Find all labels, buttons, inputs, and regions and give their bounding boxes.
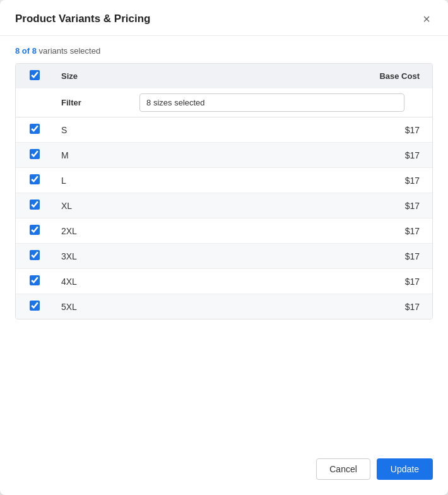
row-cost: $17: [132, 117, 432, 143]
row-cost: $17: [132, 244, 432, 269]
filter-row: Filter: [16, 88, 432, 117]
row-checkbox[interactable]: [30, 250, 40, 260]
row-checkbox-cell: [16, 193, 54, 218]
selection-count: 8 of 8: [15, 46, 37, 56]
row-checkbox[interactable]: [30, 275, 40, 285]
row-checkbox-cell: [16, 244, 54, 269]
table-row: 5XL $17: [16, 294, 432, 319]
row-size: 2XL: [54, 218, 132, 244]
modal-footer: Cancel Update: [0, 446, 448, 495]
row-checkbox-cell: [16, 143, 54, 168]
row-checkbox[interactable]: [30, 124, 40, 134]
product-variants-modal: Product Variants & Pricing × 8 of 8 vari…: [0, 0, 448, 495]
row-checkbox-cell: [16, 168, 54, 193]
table-row: 3XL $17: [16, 244, 432, 269]
row-size: 5XL: [54, 294, 132, 319]
row-size: L: [54, 168, 132, 193]
header-size: Size: [54, 64, 132, 88]
row-checkbox-cell: [16, 218, 54, 244]
cancel-button[interactable]: Cancel: [316, 458, 370, 480]
header-cost: Base Cost: [132, 64, 432, 88]
table-header-row: Size Base Cost: [16, 64, 432, 88]
row-size: 4XL: [54, 269, 132, 294]
table-row: 4XL $17: [16, 269, 432, 294]
row-cost: $17: [132, 218, 432, 244]
row-checkbox[interactable]: [30, 174, 40, 184]
row-size: 3XL: [54, 244, 132, 269]
row-cost: $17: [132, 168, 432, 193]
modal-header: Product Variants & Pricing ×: [0, 0, 448, 36]
row-checkbox-cell: [16, 269, 54, 294]
row-checkbox[interactable]: [30, 200, 40, 210]
table-row: L $17: [16, 168, 432, 193]
table-row: M $17: [16, 143, 432, 168]
update-button[interactable]: Update: [377, 458, 433, 480]
row-size: M: [54, 143, 132, 168]
selection-suffix: variants selected: [37, 46, 100, 56]
row-checkbox[interactable]: [30, 225, 40, 235]
header-checkbox-cell: [16, 64, 54, 88]
variants-table-container: Size Base Cost Filter S $17 M $17: [15, 63, 433, 319]
row-cost: $17: [132, 269, 432, 294]
filter-input-cell: [132, 88, 432, 117]
table-row: S $17: [16, 117, 432, 143]
row-size: XL: [54, 193, 132, 218]
row-cost: $17: [132, 193, 432, 218]
row-cost: $17: [132, 294, 432, 319]
close-button[interactable]: ×: [420, 11, 433, 27]
row-checkbox-cell: [16, 117, 54, 143]
filter-input[interactable]: [139, 93, 404, 112]
filter-label-cell: Filter: [54, 88, 132, 117]
select-all-checkbox[interactable]: [30, 70, 40, 80]
modal-title: Product Variants & Pricing: [15, 13, 150, 25]
modal-body: 8 of 8 variants selected Size Base Cost …: [0, 36, 448, 446]
row-checkbox[interactable]: [30, 301, 40, 311]
row-size: S: [54, 117, 132, 143]
row-checkbox[interactable]: [30, 149, 40, 159]
variants-table: Size Base Cost Filter S $17 M $17: [16, 64, 432, 319]
row-cost: $17: [132, 143, 432, 168]
filter-empty-cell: [16, 88, 54, 117]
selection-info: 8 of 8 variants selected: [15, 46, 433, 56]
table-row: 2XL $17: [16, 218, 432, 244]
table-row: XL $17: [16, 193, 432, 218]
row-checkbox-cell: [16, 294, 54, 319]
